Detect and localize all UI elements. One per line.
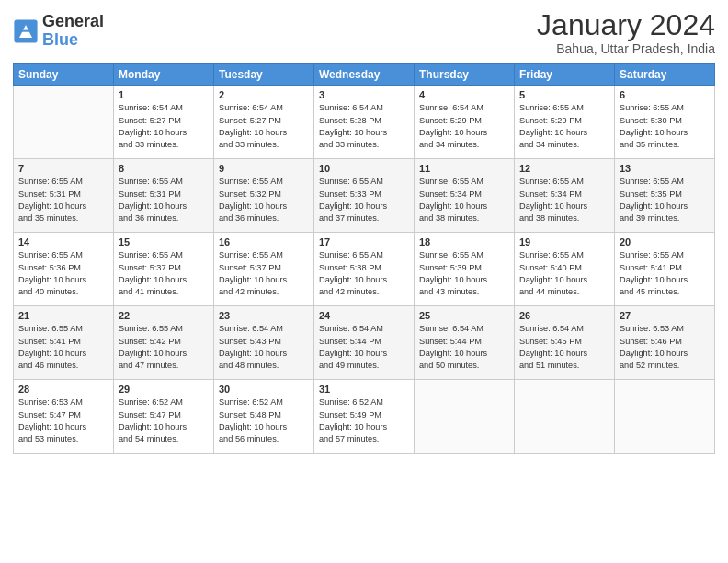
day-number: 27 bbox=[620, 310, 710, 321]
day-cell: 24Sunrise: 6:54 AM Sunset: 5:44 PM Dayli… bbox=[314, 306, 415, 380]
day-info: Sunrise: 6:55 AM Sunset: 5:34 PM Dayligh… bbox=[419, 176, 509, 224]
day-number: 26 bbox=[519, 310, 609, 321]
header: GeneralBlue January 2024 Bahua, Uttar Pr… bbox=[13, 9, 715, 56]
day-number: 10 bbox=[319, 163, 409, 174]
col-header-thursday: Thursday bbox=[415, 64, 515, 86]
day-info: Sunrise: 6:55 AM Sunset: 5:41 PM Dayligh… bbox=[18, 323, 108, 372]
day-number: 24 bbox=[319, 310, 409, 321]
calendar-header-row: SundayMondayTuesdayWednesdayThursdayFrid… bbox=[14, 64, 715, 86]
day-cell bbox=[415, 380, 515, 454]
day-info: Sunrise: 6:55 AM Sunset: 5:31 PM Dayligh… bbox=[119, 176, 209, 224]
day-number: 15 bbox=[119, 236, 209, 247]
day-number: 19 bbox=[519, 236, 609, 247]
day-info: Sunrise: 6:54 AM Sunset: 5:27 PM Dayligh… bbox=[219, 102, 309, 151]
col-header-sunday: Sunday bbox=[14, 64, 114, 86]
day-number: 25 bbox=[419, 310, 509, 321]
day-cell: 20Sunrise: 6:55 AM Sunset: 5:41 PM Dayli… bbox=[615, 233, 715, 306]
day-info: Sunrise: 6:54 AM Sunset: 5:29 PM Dayligh… bbox=[419, 102, 509, 151]
title-block: January 2024 Bahua, Uttar Pradesh, India bbox=[537, 9, 715, 56]
month-title: January 2024 bbox=[537, 9, 715, 41]
day-cell: 8Sunrise: 6:55 AM Sunset: 5:31 PM Daylig… bbox=[114, 159, 214, 233]
day-number: 6 bbox=[620, 89, 710, 100]
day-info: Sunrise: 6:55 AM Sunset: 5:36 PM Dayligh… bbox=[18, 249, 108, 298]
week-row-0: 1Sunrise: 6:54 AM Sunset: 5:27 PM Daylig… bbox=[14, 86, 715, 159]
day-info: Sunrise: 6:52 AM Sunset: 5:48 PM Dayligh… bbox=[219, 396, 309, 445]
logo-text: GeneralBlue bbox=[42, 13, 104, 50]
day-info: Sunrise: 6:54 AM Sunset: 5:44 PM Dayligh… bbox=[419, 323, 509, 372]
day-info: Sunrise: 6:52 AM Sunset: 5:47 PM Dayligh… bbox=[119, 396, 209, 445]
day-cell: 13Sunrise: 6:55 AM Sunset: 5:35 PM Dayli… bbox=[615, 159, 715, 233]
day-number: 18 bbox=[419, 236, 509, 247]
day-cell: 2Sunrise: 6:54 AM Sunset: 5:27 PM Daylig… bbox=[214, 86, 314, 159]
day-cell: 27Sunrise: 6:53 AM Sunset: 5:46 PM Dayli… bbox=[615, 306, 715, 380]
day-number: 13 bbox=[620, 163, 710, 174]
day-number: 11 bbox=[419, 163, 509, 174]
col-header-wednesday: Wednesday bbox=[314, 64, 415, 86]
col-header-friday: Friday bbox=[515, 64, 615, 86]
day-info: Sunrise: 6:55 AM Sunset: 5:33 PM Dayligh… bbox=[319, 176, 409, 224]
day-cell: 10Sunrise: 6:55 AM Sunset: 5:33 PM Dayli… bbox=[314, 159, 415, 233]
day-number: 2 bbox=[219, 89, 309, 100]
logo-icon bbox=[13, 18, 39, 44]
day-cell: 17Sunrise: 6:55 AM Sunset: 5:38 PM Dayli… bbox=[314, 233, 415, 306]
day-number: 31 bbox=[319, 384, 409, 395]
day-info: Sunrise: 6:54 AM Sunset: 5:45 PM Dayligh… bbox=[519, 323, 609, 372]
day-number: 29 bbox=[119, 384, 209, 395]
day-cell: 18Sunrise: 6:55 AM Sunset: 5:39 PM Dayli… bbox=[415, 233, 515, 306]
day-info: Sunrise: 6:53 AM Sunset: 5:47 PM Dayligh… bbox=[18, 396, 108, 445]
day-info: Sunrise: 6:55 AM Sunset: 5:40 PM Dayligh… bbox=[519, 249, 609, 298]
day-number: 23 bbox=[219, 310, 309, 321]
day-number: 4 bbox=[419, 89, 509, 100]
day-cell: 19Sunrise: 6:55 AM Sunset: 5:40 PM Dayli… bbox=[515, 233, 615, 306]
day-number: 22 bbox=[119, 310, 209, 321]
week-row-4: 28Sunrise: 6:53 AM Sunset: 5:47 PM Dayli… bbox=[14, 380, 715, 454]
day-cell: 6Sunrise: 6:55 AM Sunset: 5:30 PM Daylig… bbox=[615, 86, 715, 159]
day-info: Sunrise: 6:55 AM Sunset: 5:32 PM Dayligh… bbox=[219, 176, 309, 224]
day-info: Sunrise: 6:55 AM Sunset: 5:31 PM Dayligh… bbox=[18, 176, 108, 224]
day-cell: 16Sunrise: 6:55 AM Sunset: 5:37 PM Dayli… bbox=[214, 233, 314, 306]
day-cell: 30Sunrise: 6:52 AM Sunset: 5:48 PM Dayli… bbox=[214, 380, 314, 454]
day-number: 30 bbox=[219, 384, 309, 395]
day-info: Sunrise: 6:54 AM Sunset: 5:44 PM Dayligh… bbox=[319, 323, 409, 372]
day-cell: 7Sunrise: 6:55 AM Sunset: 5:31 PM Daylig… bbox=[14, 159, 114, 233]
day-info: Sunrise: 6:53 AM Sunset: 5:46 PM Dayligh… bbox=[620, 323, 710, 372]
day-info: Sunrise: 6:55 AM Sunset: 5:42 PM Dayligh… bbox=[119, 323, 209, 372]
day-number: 12 bbox=[519, 163, 609, 174]
day-info: Sunrise: 6:55 AM Sunset: 5:37 PM Dayligh… bbox=[219, 249, 309, 298]
day-cell: 5Sunrise: 6:55 AM Sunset: 5:29 PM Daylig… bbox=[515, 86, 615, 159]
day-cell: 15Sunrise: 6:55 AM Sunset: 5:37 PM Dayli… bbox=[114, 233, 214, 306]
day-cell: 25Sunrise: 6:54 AM Sunset: 5:44 PM Dayli… bbox=[415, 306, 515, 380]
day-cell: 9Sunrise: 6:55 AM Sunset: 5:32 PM Daylig… bbox=[214, 159, 314, 233]
col-header-tuesday: Tuesday bbox=[214, 64, 314, 86]
day-number: 21 bbox=[18, 310, 108, 321]
day-cell: 4Sunrise: 6:54 AM Sunset: 5:29 PM Daylig… bbox=[415, 86, 515, 159]
logo-blue: Blue bbox=[42, 30, 78, 49]
day-number: 28 bbox=[18, 384, 108, 395]
day-number: 16 bbox=[219, 236, 309, 247]
day-info: Sunrise: 6:55 AM Sunset: 5:35 PM Dayligh… bbox=[620, 176, 710, 224]
day-number: 9 bbox=[219, 163, 309, 174]
day-number: 17 bbox=[319, 236, 409, 247]
day-cell: 23Sunrise: 6:54 AM Sunset: 5:43 PM Dayli… bbox=[214, 306, 314, 380]
day-info: Sunrise: 6:55 AM Sunset: 5:34 PM Dayligh… bbox=[519, 176, 609, 224]
day-cell: 26Sunrise: 6:54 AM Sunset: 5:45 PM Dayli… bbox=[515, 306, 615, 380]
day-info: Sunrise: 6:55 AM Sunset: 5:37 PM Dayligh… bbox=[119, 249, 209, 298]
day-info: Sunrise: 6:55 AM Sunset: 5:39 PM Dayligh… bbox=[419, 249, 509, 298]
col-header-monday: Monday bbox=[114, 64, 214, 86]
day-cell: 31Sunrise: 6:52 AM Sunset: 5:49 PM Dayli… bbox=[314, 380, 415, 454]
day-number: 14 bbox=[18, 236, 108, 247]
day-info: Sunrise: 6:55 AM Sunset: 5:41 PM Dayligh… bbox=[620, 249, 710, 298]
day-cell: 11Sunrise: 6:55 AM Sunset: 5:34 PM Dayli… bbox=[415, 159, 515, 233]
day-number: 20 bbox=[620, 236, 710, 247]
day-number: 3 bbox=[319, 89, 409, 100]
day-number: 5 bbox=[519, 89, 609, 100]
day-info: Sunrise: 6:55 AM Sunset: 5:30 PM Dayligh… bbox=[620, 102, 710, 151]
page: GeneralBlue January 2024 Bahua, Uttar Pr… bbox=[0, 0, 728, 563]
day-cell bbox=[515, 380, 615, 454]
day-info: Sunrise: 6:55 AM Sunset: 5:29 PM Dayligh… bbox=[519, 102, 609, 151]
day-cell: 22Sunrise: 6:55 AM Sunset: 5:42 PM Dayli… bbox=[114, 306, 214, 380]
day-cell bbox=[14, 86, 114, 159]
col-header-saturday: Saturday bbox=[615, 64, 715, 86]
day-cell bbox=[615, 380, 715, 454]
day-cell: 14Sunrise: 6:55 AM Sunset: 5:36 PM Dayli… bbox=[14, 233, 114, 306]
